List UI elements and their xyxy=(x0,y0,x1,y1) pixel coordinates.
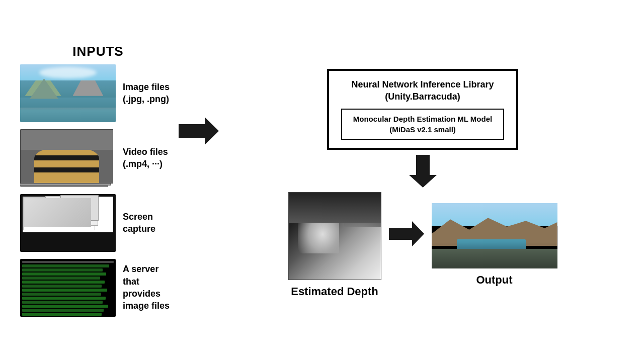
main-flow: INPUTS Image files(.jpg, .png) xyxy=(20,15,624,347)
page: INPUTS Image files(.jpg, .png) xyxy=(0,0,644,362)
input-label-videos: Video files(.mp4, ···) xyxy=(123,146,168,170)
terminal-image xyxy=(20,259,116,317)
depth-image xyxy=(288,192,381,280)
output-3d-image xyxy=(432,203,557,268)
svg-marker-0 xyxy=(179,117,219,145)
down-arrow-svg xyxy=(409,155,437,188)
input-row-images: Image files(.jpg, .png) xyxy=(20,64,176,122)
output-label: Output xyxy=(476,274,512,287)
right-arrow-small-svg xyxy=(389,221,424,246)
tiger-main-frame xyxy=(20,129,113,184)
input-image-tiger xyxy=(20,129,116,187)
neural-network-box: Neural Network Inference Library(Unity.B… xyxy=(327,69,518,150)
input-image-screen xyxy=(20,194,116,252)
arrow-down xyxy=(409,155,437,190)
arrow-input-to-nn xyxy=(176,117,221,245)
bottom-outputs: Estimated Depth xyxy=(288,192,557,298)
input-label-images: Image files(.jpg, .png) xyxy=(123,81,170,106)
nn-model-label: Monocular Depth Estimation ML Model(MiDa… xyxy=(353,115,492,134)
input-image-terminal xyxy=(20,259,116,317)
svg-marker-1 xyxy=(409,155,437,188)
depth-section: Estimated Depth xyxy=(288,192,381,298)
right-column: Neural Network Inference Library(Unity.B… xyxy=(221,64,624,298)
output-section: Output xyxy=(432,203,557,287)
input-row-screen: Screencapture xyxy=(20,194,176,252)
nn-model-box: Monocular Depth Estimation ML Model(MiDa… xyxy=(341,109,504,140)
inputs-column: INPUTS Image files(.jpg, .png) xyxy=(20,39,176,324)
inputs-title: INPUTS xyxy=(20,44,176,59)
input-label-screen: Screencapture xyxy=(123,211,155,235)
input-row-videos: Video files(.mp4, ···) xyxy=(20,129,176,187)
depth-label: Estimated Depth xyxy=(291,285,378,298)
screen-capture-image xyxy=(20,194,116,252)
nn-title: Neural Network Inference Library(Unity.B… xyxy=(341,79,504,103)
arrow-depth-to-output xyxy=(389,221,424,248)
input-label-server: A server thatprovidesimage files xyxy=(123,263,176,312)
input-row-server: A server thatprovidesimage files xyxy=(20,259,176,317)
mountain-image xyxy=(20,64,116,122)
input-image-mountain xyxy=(20,64,116,122)
svg-marker-2 xyxy=(389,221,424,246)
right-arrow-svg xyxy=(179,117,219,145)
